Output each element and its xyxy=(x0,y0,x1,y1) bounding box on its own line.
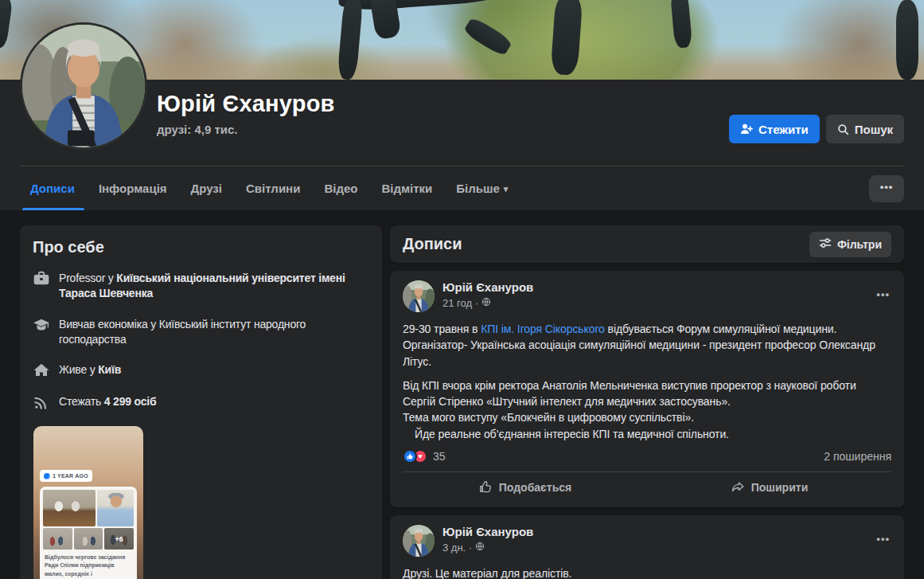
post-author-block: Юрій Єхануров 21 год · xyxy=(443,280,533,312)
about-card: Про себе Professor у Київський національ… xyxy=(20,225,382,579)
share-arrow-icon xyxy=(731,479,745,496)
post-header: Юрій Єхануров 3 дн. · ••• xyxy=(403,525,891,557)
post-options-button[interactable]: ••• xyxy=(871,284,895,305)
memory-caption: Відбулося чергове засідання Ради Спілки … xyxy=(45,554,132,579)
posts-header-card: Дописи Фільтри xyxy=(390,225,904,263)
profile-picture[interactable] xyxy=(20,22,147,150)
share-button-label: Поширити xyxy=(751,481,809,494)
briefcase-icon xyxy=(33,270,50,288)
thumb-up-icon xyxy=(478,479,493,496)
about-row-education: Вивчав економіка у Київський інститут на… xyxy=(33,317,371,348)
left-column: Про себе Professor у Київський національ… xyxy=(20,225,382,579)
statue-silhouette xyxy=(337,0,506,12)
profile-identity: Юрій Єхануров друзі: 4,9 тис. xyxy=(157,91,335,136)
tab-friends[interactable]: Друзі xyxy=(179,166,234,210)
profile-header-body: Юрій Єхануров друзі: 4,9 тис. Стежити По… xyxy=(0,80,924,166)
filters-button[interactable]: Фільтри xyxy=(809,232,891,257)
post-author-name[interactable]: Юрій Єхануров xyxy=(443,525,533,538)
post-paragraph: Від КПІ вчора крім ректора Анатолія Мель… xyxy=(403,378,891,410)
post-paragraph: Друзі. Це матеріал для реалістів. xyxy=(403,565,891,579)
sliders-icon xyxy=(819,237,832,252)
chevron-down-icon: ▾ xyxy=(504,184,509,194)
search-button-label: Пошук xyxy=(855,123,893,136)
collage-row xyxy=(43,490,134,526)
posts-header-title: Дописи xyxy=(403,235,462,253)
post-link-kpi[interactable]: КПІ ім. Ігоря Сікорського xyxy=(481,323,605,335)
post-header: Юрій Єхануров 21 год · ••• xyxy=(403,280,891,312)
memory-video-thumbnail[interactable]: 1 YEAR AGO +6 xyxy=(33,426,143,579)
tab-posts[interactable]: Дописи xyxy=(20,166,87,210)
share-button[interactable]: Поширити xyxy=(647,474,891,501)
post-timestamp[interactable]: 3 дн. · xyxy=(443,542,533,554)
like-reaction-icon xyxy=(403,449,417,464)
about-row-text: Стежать 4 299 осіб xyxy=(59,394,156,409)
collage-photo xyxy=(43,528,72,550)
post-forum-medicine: Юрій Єхануров 21 год · ••• 29-30 травня xyxy=(390,271,904,507)
friends-count[interactable]: друзі: 4,9 тис. xyxy=(157,123,335,136)
post-timestamp[interactable]: 21 год · xyxy=(443,297,533,309)
tree-silhouette xyxy=(0,0,13,49)
search-icon xyxy=(837,123,849,135)
reaction-count[interactable]: 35 xyxy=(433,450,446,463)
about-row-work: Professor у Київський національний уніве… xyxy=(33,271,371,302)
tab-checkins[interactable]: Відмітки xyxy=(369,166,444,210)
tab-more-label: Більше xyxy=(456,182,500,195)
ellipsis-icon: ••• xyxy=(876,288,890,300)
filters-button-label: Фільтри xyxy=(837,238,882,251)
profile-name: Юрій Єхануров xyxy=(157,91,335,117)
share-count[interactable]: 2 поширення xyxy=(824,450,891,463)
avatar-art xyxy=(403,525,435,557)
statue-silhouette xyxy=(550,0,583,76)
person-plus-icon xyxy=(740,123,753,135)
collage-photo-portrait xyxy=(97,490,134,526)
like-button[interactable]: Подобається xyxy=(403,474,647,501)
about-row-followers: Стежать 4 299 осіб xyxy=(33,394,371,411)
statue-silhouette xyxy=(462,16,513,57)
post-author-name[interactable]: Юрій Єхануров xyxy=(443,280,533,294)
follow-button-label: Стежити xyxy=(758,123,809,136)
collage-photo-meeting xyxy=(43,490,96,526)
profile-tabs: Дописи Інформація Друзі Світлини Відео В… xyxy=(20,166,904,210)
tab-about[interactable]: Інформація xyxy=(87,166,179,210)
post-text: 29-30 травня в КПІ ім. Ігоря Сікорського… xyxy=(403,321,891,442)
graduation-cap-icon xyxy=(33,316,50,334)
reaction-icons[interactable]: ♥ xyxy=(403,449,427,464)
avatar-art xyxy=(403,280,435,312)
feed-column: Дописи Фільтри xyxy=(390,225,904,579)
post-action-bar: Подобається Поширити xyxy=(403,471,891,503)
globe-icon xyxy=(481,297,491,309)
about-row-city: Живе у Київ xyxy=(33,362,371,379)
profile-picture-art xyxy=(22,25,145,147)
post-paragraph: Йде реальне об’єднання інтересів КПІ та … xyxy=(403,426,891,442)
tab-more[interactable]: Більше ▾ xyxy=(444,166,520,210)
post-options-button[interactable]: ••• xyxy=(871,528,895,550)
follow-button[interactable]: Стежити xyxy=(729,115,820,143)
post-text: Друзі. Це матеріал для реалістів. xyxy=(403,565,891,579)
collage-photo xyxy=(74,528,103,550)
tab-videos[interactable]: Відео xyxy=(312,166,369,210)
rss-icon xyxy=(33,393,50,411)
post-time-label: 21 год · xyxy=(443,297,478,309)
tab-photos[interactable]: Світлини xyxy=(234,166,312,210)
search-button[interactable]: Пошук xyxy=(826,115,904,143)
ellipsis-icon: ••• xyxy=(880,181,894,193)
globe-icon xyxy=(475,542,485,554)
post-author-avatar[interactable] xyxy=(403,525,435,557)
collage-row: +6 xyxy=(43,528,134,550)
about-row-text: Живе у Київ xyxy=(59,362,121,378)
post-paragraph: Тема мого виступу «Блокчейн в цифровому … xyxy=(403,409,891,425)
facebook-memories-icon xyxy=(44,473,50,479)
memory-badge-label: 1 YEAR AGO xyxy=(53,473,88,479)
post-paragraph: 29-30 травня в КПІ ім. Ігоря Сікорського… xyxy=(403,321,891,370)
about-title: Про себе xyxy=(33,238,371,256)
profile-more-options-button[interactable]: ••• xyxy=(869,175,904,202)
home-icon xyxy=(33,362,50,379)
memory-badge: 1 YEAR AGO xyxy=(40,470,92,482)
collage-photo: +6 xyxy=(104,528,134,550)
post-stats-row: ♥ 35 2 поширення xyxy=(403,449,891,471)
profile-header: Юрій Єхануров друзі: 4,9 тис. Стежити По… xyxy=(0,0,924,210)
post-unavailable-content: Юрій Єхануров 3 дн. · ••• Друзі. Це мат xyxy=(390,515,904,579)
memory-collage-card: +6 Відбулося чергове засідання Ради Спіл… xyxy=(40,487,137,579)
post-author-avatar[interactable] xyxy=(403,280,435,312)
header-actions: Стежити Пошук xyxy=(729,115,904,143)
